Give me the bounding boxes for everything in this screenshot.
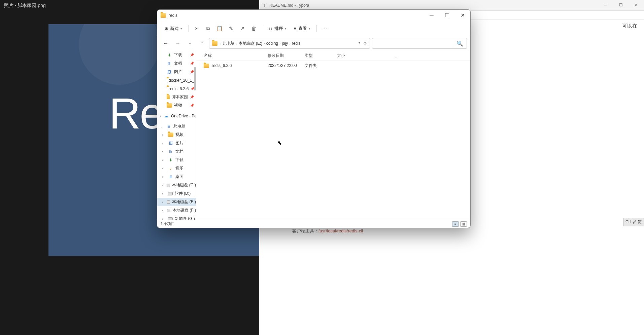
more-button[interactable]: ⋯ bbox=[320, 24, 330, 33]
close-button[interactable]: ✕ bbox=[455, 10, 470, 21]
share-button[interactable]: ↗ bbox=[238, 24, 247, 33]
chevron-down-icon: ▾ bbox=[180, 27, 182, 30]
sidebar-item[interactable]: ›软件 (D:) bbox=[157, 189, 196, 198]
breadcrumb-segment[interactable]: jbjy bbox=[282, 41, 288, 46]
chevron-right-icon[interactable]: › bbox=[162, 184, 164, 187]
column-size[interactable]: 大小 bbox=[337, 53, 357, 59]
sidebar-item[interactable]: 视频📌 bbox=[157, 101, 196, 110]
chevron-right-icon[interactable]: › bbox=[162, 217, 165, 220]
sidebar-item[interactable]: ›🖥桌面 bbox=[157, 173, 196, 181]
explorer-window: redis ─ ☐ ✕ ⊕ 新建 ▾ ✂ ⧉ 📋 ✎ ↗ 🗑 ↑↓ 排序 ▾ ≡… bbox=[157, 9, 471, 228]
maximize-button[interactable]: ☐ bbox=[613, 0, 629, 10]
chevron-right-icon[interactable]: › bbox=[162, 175, 165, 179]
chevron-right-icon[interactable]: › bbox=[162, 142, 165, 145]
details-view-button[interactable]: ≡ bbox=[452, 221, 459, 227]
paste-button[interactable]: 📋 bbox=[215, 24, 224, 33]
copy-button[interactable]: ⧉ bbox=[203, 24, 213, 33]
sidebar-item[interactable]: ›🗎文档 bbox=[157, 147, 196, 156]
breadcrumb-segment[interactable]: 本地磁盘 (E:) bbox=[239, 41, 263, 46]
column-type[interactable]: 类型 bbox=[305, 53, 337, 59]
sidebar-item[interactable]: ›视频 bbox=[157, 131, 196, 139]
chevron-right-icon: › bbox=[279, 42, 280, 45]
refresh-button[interactable]: ⟳ bbox=[364, 41, 367, 46]
pin-icon: 📌 bbox=[190, 104, 194, 107]
address-bar[interactable]: › 此电脑 › 本地磁盘 (E:) › coding › jbjy › redi… bbox=[209, 38, 370, 49]
chevron-right-icon: › bbox=[264, 42, 265, 45]
chevron-right-icon[interactable]: › bbox=[162, 200, 164, 204]
new-button[interactable]: ⊕ 新建 ▾ bbox=[162, 24, 185, 33]
sidebar-item-label: 脚本家园 bbox=[172, 94, 188, 100]
folder-icon bbox=[204, 64, 209, 68]
search-icon: 🔍 bbox=[456, 40, 463, 47]
file-row[interactable]: redis_6.2.62022/1/27 22:00文件夹 bbox=[196, 61, 470, 70]
typora-icon: T bbox=[262, 3, 267, 8]
minimize-button[interactable]: ─ bbox=[598, 0, 613, 10]
file-date: 2022/1/27 22:00 bbox=[268, 63, 305, 68]
breadcrumb-segment[interactable]: redis bbox=[292, 41, 301, 46]
sidebar-item-thispc[interactable]: ⌄ 🖥 此电脑 bbox=[157, 122, 196, 131]
pin-icon: 📌 bbox=[190, 95, 194, 99]
sidebar-item[interactable]: ›本地磁盘 (C:) bbox=[157, 181, 196, 189]
sidebar-item[interactable]: ›本地磁盘 (F:) bbox=[157, 206, 196, 215]
sidebar-item[interactable]: ›♪音乐 bbox=[157, 164, 196, 173]
close-button[interactable]: ✕ bbox=[629, 0, 644, 10]
explorer-sidebar: ⬇下载📌🗎文档📌🖼图片📌docker_20_1_0📌redis_6.2.6📌脚本… bbox=[157, 51, 196, 220]
sidebar-item[interactable]: ›本地磁盘 (E:) bbox=[157, 198, 196, 206]
dropdown-icon[interactable]: ▾ bbox=[359, 41, 360, 46]
forward-button[interactable]: → bbox=[173, 38, 183, 48]
back-button[interactable]: ← bbox=[161, 38, 171, 48]
drive-icon bbox=[167, 209, 170, 212]
column-name[interactable]: 名称 bbox=[204, 53, 268, 59]
chevron-right-icon[interactable]: › bbox=[162, 167, 165, 170]
sidebar-item[interactable]: 🖼图片📌 bbox=[157, 68, 196, 76]
sidebar-item-onedrive[interactable]: › ☁ OneDrive - Per bbox=[157, 112, 196, 120]
view-button[interactable]: ≡ 查看 ▾ bbox=[291, 24, 313, 33]
sidebar-item-label: 软件 (D:) bbox=[175, 191, 191, 196]
scrollbar-thumb[interactable] bbox=[194, 67, 196, 90]
chevron-right-icon[interactable]: › bbox=[162, 158, 165, 162]
search-input[interactable]: 🔍 bbox=[372, 38, 467, 49]
picture-icon: 🖼 bbox=[168, 141, 173, 146]
sidebar-item[interactable]: ⬇下载📌 bbox=[157, 51, 196, 59]
cut-button[interactable]: ✂ bbox=[192, 24, 201, 33]
explorer-title: redis bbox=[169, 13, 177, 18]
sidebar-item-label: 本地磁盘 (F:) bbox=[172, 208, 196, 213]
maximize-button[interactable]: ☐ bbox=[439, 10, 455, 21]
sidebar-item[interactable]: 脚本家园📌 bbox=[157, 93, 196, 101]
sidebar-item[interactable]: ›⬇下载 bbox=[157, 156, 196, 164]
sort-button[interactable]: ↑↓ 排序 ▾ bbox=[266, 24, 289, 33]
icons-view-button[interactable]: ▦ bbox=[460, 221, 467, 227]
sidebar-item[interactable]: ›🖼图片 bbox=[157, 139, 196, 147]
sidebar-item[interactable]: 🗎文档📌 bbox=[157, 59, 196, 68]
up-button[interactable]: ↑ bbox=[197, 38, 207, 48]
sidebar-item[interactable]: redis_6.2.6📌 bbox=[157, 84, 196, 93]
separator bbox=[262, 25, 262, 32]
recent-button[interactable]: ▾ bbox=[185, 38, 195, 48]
sidebar-item[interactable]: ›新加卷 (G:) bbox=[157, 215, 196, 220]
sort-label: 排序 bbox=[274, 26, 283, 32]
folder-icon bbox=[167, 95, 170, 99]
breadcrumb-segment[interactable]: coding bbox=[266, 41, 278, 46]
pc-icon: 🖥 bbox=[166, 124, 171, 129]
explorer-toolbar: ⊕ 新建 ▾ ✂ ⧉ 📋 ✎ ↗ 🗑 ↑↓ 排序 ▾ ≡ 查看 ▾ ⋯ bbox=[157, 21, 470, 36]
chevron-right-icon[interactable]: › bbox=[162, 192, 165, 195]
chevron-right-icon[interactable]: › bbox=[162, 150, 165, 153]
typora-content-fragment: 可以在 bbox=[622, 23, 637, 29]
delete-button[interactable]: 🗑 bbox=[249, 24, 259, 33]
explorer-titlebar[interactable]: redis ─ ☐ ✕ bbox=[157, 10, 470, 21]
column-date[interactable]: 修改日期 bbox=[268, 53, 305, 59]
rename-button[interactable]: ✎ bbox=[226, 24, 236, 33]
minimize-button[interactable]: ─ bbox=[424, 10, 439, 21]
chevron-right-icon[interactable]: › bbox=[162, 209, 164, 212]
folder-icon bbox=[161, 13, 166, 18]
sidebar-item-label: 视频 bbox=[174, 103, 182, 108]
drive-icon bbox=[167, 184, 170, 187]
file-type: 文件夹 bbox=[305, 63, 337, 69]
sidebar-item-label: 此电脑 bbox=[173, 123, 185, 129]
chevron-right-icon[interactable]: › bbox=[160, 114, 161, 118]
ime-indicator[interactable]: CH 🖉 简 bbox=[623, 218, 644, 226]
breadcrumb-segment[interactable]: 此电脑 bbox=[223, 41, 235, 46]
chevron-down-icon[interactable]: ⌄ bbox=[160, 125, 163, 128]
chevron-right-icon[interactable]: › bbox=[162, 133, 165, 137]
sidebar-item[interactable]: docker_20_1_0📌 bbox=[157, 76, 196, 84]
